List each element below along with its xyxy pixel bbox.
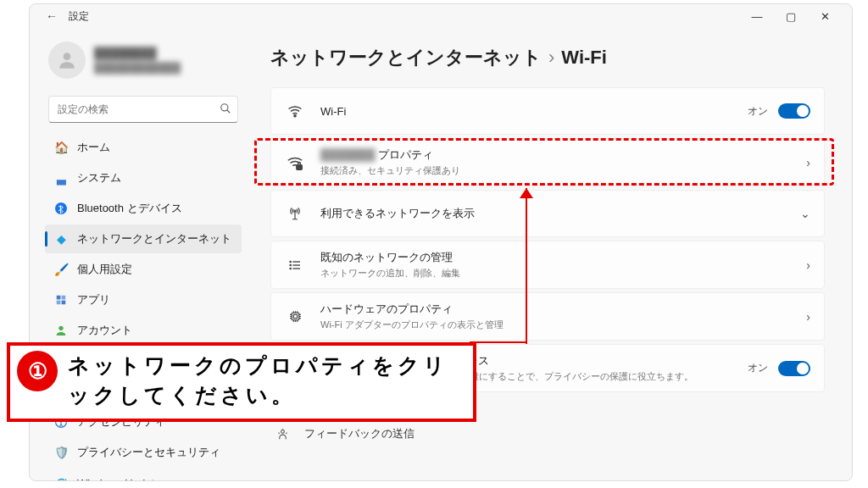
card-hardware-properties[interactable]: ハードウェアのプロパティWi-Fi アダプターのプロパティの表示と管理 › xyxy=(270,292,825,341)
svg-point-18 xyxy=(290,264,291,265)
list-icon xyxy=(285,258,305,272)
search-box[interactable] xyxy=(48,96,238,123)
chevron-right-icon: › xyxy=(806,156,810,169)
sidebar-item-label: アカウント xyxy=(77,323,132,338)
wifi-icon xyxy=(285,103,305,119)
card-subtitle: Wi-Fi アダプターのプロパティの表示と管理 xyxy=(320,319,806,331)
user-info: ████████ ████████████ xyxy=(94,46,181,75)
back-button[interactable]: ← xyxy=(40,9,64,23)
card-title: ███████ プロパティ xyxy=(320,147,806,163)
sidebar-item-apps[interactable]: アプリ xyxy=(45,286,242,314)
shield-icon: 🛡️ xyxy=(53,445,69,460)
card-title: 既知のネットワークの管理 xyxy=(320,250,806,265)
sidebar-item-label: Bluetooth とデバイス xyxy=(77,201,182,216)
card-subtitle: ネットワークの追加、削除、編集 xyxy=(320,267,806,280)
sidebar-item-label: Windows Update xyxy=(77,477,160,482)
wifi-toggle[interactable] xyxy=(778,103,810,119)
minimize-button[interactable]: — xyxy=(740,4,774,28)
feedback-icon xyxy=(274,428,291,441)
home-icon: 🏠 xyxy=(53,140,69,155)
update-icon xyxy=(53,475,69,481)
chevron-right-icon: › xyxy=(806,310,810,324)
antenna-icon xyxy=(285,206,305,221)
card-subtitle: 接続済み、セキュリティ保護あり xyxy=(320,164,806,177)
sidebar-item-label: ネットワークとインターネット xyxy=(77,231,231,247)
svg-rect-20 xyxy=(292,313,299,320)
sidebar-item-label: プライバシーとセキュリティ xyxy=(77,445,220,460)
maximize-button[interactable]: ▢ xyxy=(774,4,808,28)
sidebar-item-personalization[interactable]: 🖌️個人用設定 xyxy=(45,255,242,284)
wifi-lock-icon xyxy=(285,153,305,172)
chip-icon xyxy=(285,309,305,324)
chevron-down-icon: ⌄ xyxy=(800,207,810,220)
link-label: フィードバックの送信 xyxy=(304,426,415,441)
callout-number: ① xyxy=(17,351,58,391)
svg-point-1 xyxy=(221,104,228,111)
svg-point-24 xyxy=(281,430,284,433)
card-title: ハードウェアのプロパティ xyxy=(320,302,806,317)
svg-rect-7 xyxy=(62,301,66,305)
bluetooth-icon xyxy=(53,201,69,216)
sidebar-item-update[interactable]: Windows Update xyxy=(45,469,242,481)
card-available-networks[interactable]: 利用できるネットワークを表示 ⌄ xyxy=(270,190,825,237)
svg-rect-4 xyxy=(57,296,61,300)
svg-rect-5 xyxy=(62,296,66,300)
search-input[interactable] xyxy=(48,96,238,123)
link-feedback[interactable]: フィードバックの送信 xyxy=(274,426,825,441)
chevron-right-icon: › xyxy=(806,258,810,272)
sidebar-item-bluetooth[interactable]: Bluetooth とデバイス xyxy=(45,194,242,223)
svg-rect-6 xyxy=(57,301,61,305)
close-button[interactable]: ✕ xyxy=(808,4,842,28)
sidebar-item-privacy[interactable]: 🛡️プライバシーとセキュリティ xyxy=(45,438,242,467)
sidebar-item-network[interactable]: ◆ネットワークとインターネット xyxy=(45,225,242,253)
brush-icon: 🖌️ xyxy=(53,262,69,277)
annotation-arrow xyxy=(526,188,527,344)
sidebar-item-label: アプリ xyxy=(77,292,110,308)
svg-rect-21 xyxy=(293,314,297,318)
callout-text: ネットワークのプロパティをクリックしてください。 xyxy=(68,351,463,410)
card-known-networks[interactable]: 既知のネットワークの管理ネットワークの追加、削除、編集 › xyxy=(270,241,825,289)
toggle-label: オン xyxy=(748,104,768,119)
svg-point-19 xyxy=(290,268,291,269)
apps-icon xyxy=(53,292,69,308)
svg-rect-12 xyxy=(297,164,302,169)
annotation-callout: ① ネットワークのプロパティをクリックしてください。 xyxy=(7,342,476,422)
sidebar-item-label: ホーム xyxy=(77,140,110,155)
card-wifi-toggle[interactable]: Wi-Fi オン xyxy=(270,87,825,135)
sidebar-item-home[interactable]: 🏠ホーム xyxy=(45,133,242,162)
search-icon xyxy=(220,103,231,117)
svg-point-13 xyxy=(294,210,296,212)
avatar xyxy=(48,42,86,79)
breadcrumb: ネットワークとインターネット›Wi-Fi xyxy=(270,45,825,70)
chevron-right-icon: › xyxy=(548,47,554,68)
svg-line-2 xyxy=(227,110,231,114)
annotation-arrow-head xyxy=(520,188,533,198)
sidebar-item-system[interactable]: ▃システム xyxy=(45,164,242,192)
breadcrumb-current: Wi-Fi xyxy=(561,47,607,68)
sidebar-item-label: 個人用設定 xyxy=(77,262,132,277)
svg-point-11 xyxy=(294,115,296,117)
breadcrumb-parent[interactable]: ネットワークとインターネット xyxy=(270,47,542,68)
random-mac-toggle[interactable] xyxy=(778,361,810,376)
sidebar-item-label: システム xyxy=(77,170,121,186)
svg-point-8 xyxy=(58,326,63,330)
svg-point-17 xyxy=(290,261,291,262)
app-title: 設定 xyxy=(69,9,89,24)
system-icon: ▃ xyxy=(53,170,69,186)
svg-point-0 xyxy=(64,53,71,60)
user-block[interactable]: ████████ ████████████ xyxy=(45,35,242,92)
sidebar-item-accounts[interactable]: アカウント xyxy=(45,316,242,345)
card-title: Wi-Fi xyxy=(320,105,748,118)
card-wifi-properties[interactable]: ███████ プロパティ接続済み、セキュリティ保護あり › xyxy=(270,138,825,186)
titlebar: ← 設定 — ▢ ✕ xyxy=(30,4,852,28)
toggle-label: オン xyxy=(748,361,768,375)
account-icon xyxy=(53,323,69,338)
network-icon: ◆ xyxy=(53,231,69,247)
nav: 🏠ホーム ▃システム Bluetooth とデバイス ◆ネットワークとインターネ… xyxy=(45,133,242,481)
annotation-arrow xyxy=(470,341,527,343)
card-title: 利用できるネットワークを表示 xyxy=(320,206,800,221)
